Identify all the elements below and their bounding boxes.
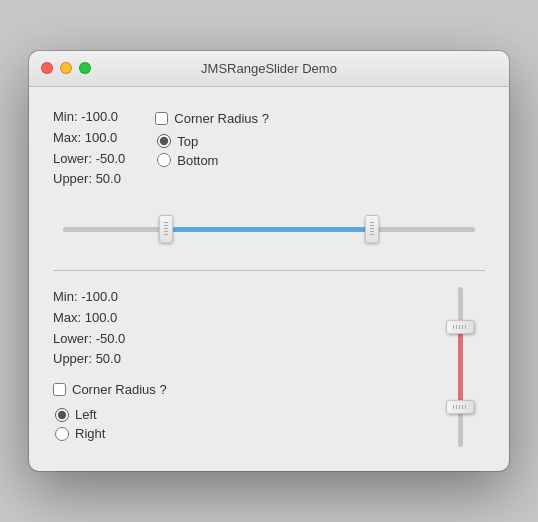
bottom-radio-right-row: Right [55,426,415,441]
v-thumb-bottom[interactable] [446,400,474,414]
bottom-upper-label: Upper: 50.0 [53,349,415,370]
top-corner-radius-row: Corner Radius ? [155,111,485,126]
top-radio-top-label: Top [177,134,198,149]
horizontal-slider[interactable] [63,204,475,254]
bottom-left: Min: -100.0 Max: 100.0 Lower: -50.0 Uppe… [53,287,415,441]
bottom-radio-left[interactable] [55,408,69,422]
bottom-radio-left-label: Left [75,407,97,422]
top-min-label: Min: -100.0 [53,107,125,128]
v-fill [458,327,463,407]
h-thumb-left[interactable] [159,215,173,243]
window-controls [41,62,91,74]
titlebar: JMSRangeSlider Demo [29,51,509,87]
bottom-lower-label: Lower: -50.0 [53,329,415,350]
bottom-section: Min: -100.0 Max: 100.0 Lower: -50.0 Uppe… [53,287,485,447]
bottom-corner-radius-row: Corner Radius ? [53,382,415,397]
h-track [63,227,475,232]
top-radio-top[interactable] [157,134,171,148]
bottom-min-label: Min: -100.0 [53,287,415,308]
bottom-controls: Corner Radius ? Left Right [53,382,415,441]
top-radio-bottom-row: Bottom [157,153,485,168]
minimize-button[interactable] [60,62,72,74]
top-radio-top-row: Top [157,134,485,149]
top-radio-group: Top Bottom [155,134,485,168]
bottom-radio-group: Left Right [53,407,415,441]
top-radio-bottom-label: Bottom [177,153,218,168]
bottom-max-label: Max: 100.0 [53,308,415,329]
bottom-corner-radius-checkbox[interactable] [53,383,66,396]
vertical-slider[interactable] [435,287,485,447]
close-button[interactable] [41,62,53,74]
app-window: JMSRangeSlider Demo Min: -100.0 Max: 100… [29,51,509,471]
window-title: JMSRangeSlider Demo [201,61,337,76]
top-lower-label: Lower: -50.0 [53,149,125,170]
v-thumb-top[interactable] [446,320,474,334]
section-divider [53,270,485,271]
top-upper-label: Upper: 50.0 [53,169,125,190]
top-section: Min: -100.0 Max: 100.0 Lower: -50.0 Uppe… [53,107,485,254]
bottom-radio-left-row: Left [55,407,415,422]
bottom-radio-right[interactable] [55,427,69,441]
bottom-corner-radius-label: Corner Radius ? [72,382,167,397]
h-fill [166,227,372,232]
top-section-header: Min: -100.0 Max: 100.0 Lower: -50.0 Uppe… [53,107,485,190]
top-radio-bottom[interactable] [157,153,171,167]
h-thumb-right[interactable] [365,215,379,243]
top-corner-radius-checkbox[interactable] [155,112,168,125]
bottom-info-block: Min: -100.0 Max: 100.0 Lower: -50.0 Uppe… [53,287,415,370]
bottom-radio-right-label: Right [75,426,105,441]
top-corner-radius-label: Corner Radius ? [174,111,269,126]
maximize-button[interactable] [79,62,91,74]
bottom-right [435,287,485,447]
top-controls-block: Corner Radius ? Top Bottom [155,107,485,190]
v-track [458,287,463,447]
top-max-label: Max: 100.0 [53,128,125,149]
window-content: Min: -100.0 Max: 100.0 Lower: -50.0 Uppe… [29,87,509,471]
top-info-block: Min: -100.0 Max: 100.0 Lower: -50.0 Uppe… [53,107,125,190]
